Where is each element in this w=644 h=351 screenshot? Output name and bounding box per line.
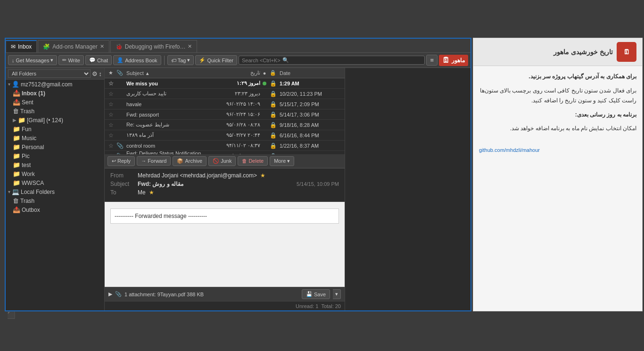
star-icon[interactable]: ☆	[108, 101, 114, 108]
read-icon: 🔒	[270, 132, 277, 139]
sidebar-options-icon[interactable]: ⚙	[92, 70, 98, 77]
reply-button[interactable]: ↩ Reply	[107, 156, 135, 166]
folder-sent[interactable]: 📤 Sent	[6, 98, 104, 107]
user-badge-label: ماهور	[452, 57, 465, 64]
read-dot	[263, 113, 266, 117]
account-icon: 👤	[12, 81, 19, 88]
to-value: Me ★	[138, 189, 339, 196]
write-icon: ✏	[62, 57, 66, 63]
email-row[interactable]: ☆ Re: شرایط عضویت ۹۵/۰۶/۲۸ ۰۸:۲۸ 🔒 9/18/…	[105, 120, 345, 130]
mahour-panel: 🗓 تاریخ خورشیدی ماهور برای همکاری به آدر…	[473, 38, 643, 311]
star-icon[interactable]: ☆	[108, 80, 114, 87]
tag-button[interactable]: 🏷 Tag ▾	[167, 55, 194, 65]
address-book-button[interactable]: 👤 Address Book	[113, 55, 161, 65]
trash-icon: 🗑	[13, 108, 19, 115]
email-subject: تایید حساب کاربری	[124, 91, 204, 97]
get-messages-button[interactable]: ↓ Get Messages ▾	[8, 55, 57, 65]
email-subject: Fwd: Delivery Status Notification (…	[124, 150, 204, 154]
email-date-fa: ۹۶/۰۲/۲۵ ۱۴:۰۹	[204, 101, 260, 107]
folder-trash-local[interactable]: 🗑 Trash	[6, 196, 104, 205]
email-date-en: 9/18/16, 8:28 AM	[277, 122, 343, 128]
quick-filter-button[interactable]: ⚡ Quick Filter	[195, 55, 237, 65]
from-star[interactable]: ★	[260, 172, 265, 179]
email-row[interactable]: ☆ آذر ماه ۱۳۸۹ ۹۵/۰۳/۲۷ ۲۰:۴۴ 🔒 6/16/16,…	[105, 130, 345, 141]
folder-trash-gmail[interactable]: 🗑 Trash	[6, 107, 104, 116]
archive-button[interactable]: 📦 Archive	[173, 156, 206, 166]
col-star-header[interactable]: ★	[106, 70, 116, 76]
menu-button[interactable]: ≡	[426, 55, 438, 66]
chat-button[interactable]: 💬 Chat	[85, 55, 112, 65]
email-row[interactable]: ☆ havale ۹۶/۰۲/۲۵ ۱۴:۰۹ 🔒 5/15/17, 2:09 …	[105, 99, 345, 109]
write-button[interactable]: ✏ Write	[58, 55, 83, 65]
folder-inbox[interactable]: 📥 Inbox (1)	[6, 89, 104, 98]
unread-dot	[263, 82, 266, 85]
to-star[interactable]: ★	[149, 189, 154, 196]
email-row[interactable]: ☆ Fwd: passport ۹۶/۰۲/۲۴ ۱۵:۰۶ 🔒 5/14/17…	[105, 109, 345, 120]
mahour-link[interactable]: github.com/mhdzli/mahour	[473, 143, 642, 157]
sent-icon: 📤	[13, 99, 20, 106]
user-badge[interactable]: 🗓 ماهور	[439, 55, 468, 66]
read-icon: 🔒	[270, 91, 277, 97]
email-row[interactable]: ☆ 📎 control room ۹۴/۱۱/۰۲ ۰۸:۳۷ 🔒 1/22/1…	[105, 141, 345, 151]
email-row[interactable]: ☆ We miss you امروز ۱:۲۹ 🔒 1:29 AM	[105, 78, 345, 89]
action-bar: ↩ Reply → Forward 📦 Archive 🚫 Junk 🗑	[105, 154, 345, 168]
fun-label: Fun	[22, 126, 32, 133]
star-icon[interactable]: ☆	[108, 132, 114, 139]
star-icon[interactable]: ☆	[108, 111, 114, 118]
forward-button[interactable]: → Forward	[137, 156, 171, 166]
addons-tab-close[interactable]: ✕	[100, 43, 104, 50]
debugging-tab-close[interactable]: ✕	[188, 43, 192, 50]
folder-test[interactable]: 📁 test	[6, 160, 104, 169]
star-icon[interactable]: ☆	[108, 142, 114, 149]
more-button[interactable]: More ▾	[270, 156, 294, 166]
email-subject: آذر ماه ۱۳۸۹	[124, 132, 204, 138]
junk-button[interactable]: 🚫 Junk	[208, 156, 236, 166]
tab-bar: ✉ Inbox 🧩 Add-ons Manager ✕ 🐞 Debugging …	[6, 39, 471, 53]
sidebar-filter[interactable]: All Folders ⚙ ↕	[6, 68, 104, 80]
email-row[interactable]: ☆ تایید حساب کاربری دیروز ۲۳:۲۳ 🔒 10/2/2…	[105, 89, 345, 99]
tab-addons[interactable]: 🧩 Add-ons Manager ✕	[38, 40, 109, 52]
to-label: To	[110, 189, 134, 196]
folder-fun[interactable]: 📁 Fun	[6, 125, 104, 134]
email-date-en: 1:29 AM	[277, 81, 343, 86]
delete-icon: 🗑	[242, 158, 247, 164]
email-subject: We miss you	[124, 81, 204, 86]
mahour-logo: 🗓	[617, 42, 636, 62]
save-dropdown[interactable]: ▾	[333, 289, 341, 299]
star-icon[interactable]: ☆	[108, 91, 114, 97]
folder-pic[interactable]: 📁 Pic	[6, 151, 104, 160]
folder-personal[interactable]: 📁 Personal	[6, 142, 104, 151]
folder-wwsca[interactable]: 📁 WWSCA	[6, 178, 104, 187]
folder-filter-select[interactable]: All Folders	[8, 69, 91, 78]
col-date-fa-header[interactable]: تاریخ	[204, 70, 260, 76]
folder-music[interactable]: 📁 Music	[6, 134, 104, 142]
col-date-en-header[interactable]: Date	[277, 70, 343, 76]
wwsca-label: WWSCA	[22, 180, 44, 186]
tab-debugging[interactable]: 🐞 Debugging with Firefo… ✕	[110, 40, 198, 52]
account-gmail[interactable]: ▾ 👤 mz7512@gmail.com	[6, 80, 104, 89]
tab-inbox[interactable]: ✉ Inbox	[6, 40, 37, 52]
save-button[interactable]: 💾 Save	[302, 289, 330, 299]
folder-outbox[interactable]: 📤 Outbox	[6, 205, 104, 214]
more-dropdown-icon: ▾	[287, 158, 290, 164]
bottom-icon: ⬛	[7, 311, 15, 319]
account-local[interactable]: ▾ 💻 Local Folders	[6, 187, 104, 196]
folder-work[interactable]: 📁 Work	[6, 169, 104, 178]
get-messages-dropdown-icon: ▾	[50, 57, 53, 63]
attachment-expand[interactable]: ▶	[108, 291, 112, 297]
delete-button[interactable]: 🗑 Delete	[238, 156, 268, 166]
star-icon[interactable]: ☆	[108, 122, 114, 128]
email-list-header: ★ 📎 Subject ▲ تاریخ ● 🔒 Date	[105, 68, 345, 78]
trash-local-icon: 🗑	[13, 197, 19, 204]
read-icon: 🔒	[270, 80, 277, 87]
trash-label: Trash	[20, 108, 34, 115]
wwsca-icon: 📁	[13, 179, 20, 186]
attachment-info: 1 attachment: 9Tayyan.pdf 388 KB	[124, 292, 299, 297]
folder-gmail-special[interactable]: ▶ 📁 [Gmail] (• 124)	[6, 116, 104, 125]
search-box[interactable]: Search <Ctrl+K> 🔍	[239, 56, 425, 65]
sidebar-sort-icon[interactable]: ↕	[99, 70, 102, 77]
col-subject-header[interactable]: Subject ▲	[124, 70, 204, 76]
status-bar: Unread: 1 Total: 20	[105, 301, 345, 310]
read-dot	[263, 92, 266, 96]
outbox-icon: 📤	[13, 206, 20, 213]
